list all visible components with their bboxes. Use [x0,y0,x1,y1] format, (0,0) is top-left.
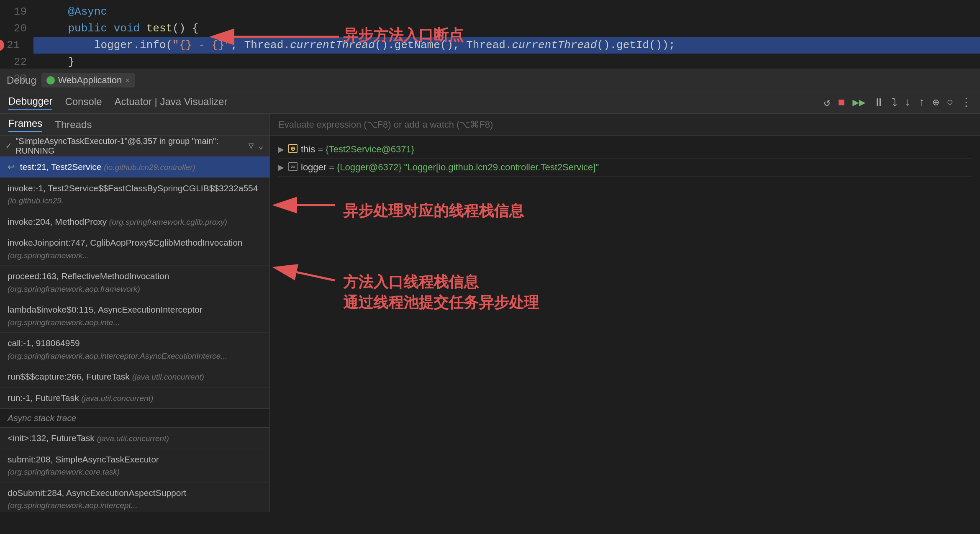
var-name-this: this [301,144,315,155]
debug-label: Debug [7,74,36,86]
evaluate-placeholder: Evaluate expression (⌥F8) or add a watch… [278,119,493,130]
run-cursor-icon[interactable]: ⊕ [933,96,939,109]
code-line-21: logger.info("{} - {}", Thread.currentThr… [33,37,980,54]
frame-text: invoke:204, MethodProxy [8,217,109,226]
frame-text: proceed:163, ReflectiveMethodInvocation [8,271,169,281]
frame-pkg: (org.springframework.aop.inte... [8,318,120,327]
frame-text: submit:208, SimpleAsyncTaskExecutor [8,454,159,464]
frame-pkg: (org.springframework.aop.interceptor.Asy… [8,352,227,360]
code-line-22: } [33,54,980,70]
frame-text: run$$$capture:266, FutureTask [8,372,132,381]
frame-item[interactable]: invokeJoinpoint:747, CglibAopProxy$Cglib… [0,232,269,266]
frame-pkg: (java.util.concurrent) [97,434,169,443]
code-line-20: public void test() { [33,20,980,37]
frame-text: invokeJoinpoint:747, CglibAopProxy$Cglib… [8,238,243,247]
frame-pkg: (org.springframework.core.task) [8,467,120,476]
this-var-icon: ⊕ [288,144,298,153]
frame-pkg: (org.springframework.aop.intercept... [8,501,137,510]
frame-item[interactable]: submit:208, SimpleAsyncTaskExecutor (org… [0,449,269,483]
frame-item[interactable]: invoke:-1, Test2Service$$FastClassBySpri… [0,178,269,211]
variables-list: ▶ ⊕ this = {Test2Service@6371} ▶ ∞ logge… [270,136,980,512]
frame-text: call:-1, 918064959 [8,338,80,348]
logger-var-icon: ∞ [288,162,298,171]
tab-frames[interactable]: Frames [8,118,42,132]
tab-console[interactable]: Console [65,96,102,109]
evaluate-bar: Evaluate expression (⌥F8) or add a watch… [270,114,980,136]
more-options-icon[interactable]: ⋮ [961,96,972,109]
thread-expand-icon[interactable]: ⌄ [258,140,264,151]
variable-logger[interactable]: ▶ ∞ logger = {Logger@6372} "Logger[io.gi… [278,159,972,177]
breakpoint-dot [0,39,4,51]
nav-tabs: Debugger Console Actuator | Java Visuali… [0,92,980,114]
frame-text: lambda$invoke$0:115, AsyncExecutionInter… [8,305,203,314]
var-value-logger: {Logger@6372} "Logger[io.github.lcn29.co… [337,162,599,173]
left-panel: Frames Threads ✓ "SimpleAsyncTaskExecuto… [0,114,270,512]
app-tab-label: WebApplication [58,75,122,86]
frames-list: ↩ test:21, Test2Service (io.github.lcn29… [0,157,269,512]
step-over-icon[interactable]: ⤵ [892,96,897,109]
step-into-icon[interactable]: ↓ [905,96,911,109]
frame-item[interactable]: run:-1, FutureTask (java.util.concurrent… [0,388,269,409]
debug-app-tab[interactable]: WebApplication × [41,73,135,87]
frame-pkg: (org.springframework... [8,251,89,260]
debug-toolbar-icons: ↺ ■ ▶▶ ⏸ ⤵ ↓ ↑ ⊕ ○ ⋮ [824,96,972,109]
variable-this[interactable]: ▶ ⊕ this = {Test2Service@6371} [278,141,972,159]
step-out-icon[interactable]: ↑ [918,96,925,109]
right-panel: Evaluate expression (⌥F8) or add a watch… [270,114,980,512]
frame-item[interactable]: <init>:132, FutureTask (java.util.concur… [0,428,269,449]
code-line-23: } [33,70,980,87]
var-value-this: {Test2Service@6371} [326,144,414,155]
pause-icon[interactable]: ⏸ [873,96,884,109]
var-eq-logger: = [329,162,334,173]
mute-breakpoints-icon[interactable]: ○ [947,96,953,109]
thread-filter-icon[interactable]: ▽ [249,140,254,151]
frame-text: invoke:-1, Test2Service$$FastClassBySpri… [8,183,258,193]
frame-pkg: (org.springframework.aop.framework) [8,285,140,293]
frame-text: doSubmit:284, AsyncExecutionAspectSuppor… [8,488,186,498]
frame-pkg: (java.util.concurrent) [81,394,153,403]
close-tab-button[interactable]: × [125,76,130,85]
frame-text: <init>:132, FutureTask [8,433,97,443]
expand-this-icon[interactable]: ▶ [278,145,284,154]
line-numbers: 19 20 21 22 23 [0,0,33,69]
stop-icon[interactable]: ■ [838,96,845,109]
var-name-logger: logger [301,162,326,173]
frame-item[interactable]: call:-1, 918064959 (org.springframework.… [0,333,269,366]
sub-tabs: Frames Threads [0,114,269,136]
expand-logger-icon[interactable]: ▶ [278,163,284,172]
var-eq-this: = [318,144,323,155]
async-trace-header: Async stack trace [0,408,269,428]
frame-item[interactable]: invoke:204, MethodProxy (org.springframe… [0,211,269,233]
code-editor: 19 20 21 22 23 @Async public void test()… [0,0,980,69]
code-line-19: @Async [33,3,980,20]
frame-text: run:-1, FutureTask [8,393,81,403]
thread-name: "SimpleAsyncTaskExecutor-1"@6,357 in gro… [15,136,244,156]
frame-item[interactable]: run$$$capture:266, FutureTask (java.util… [0,366,269,388]
frame-item[interactable]: doSubmit:284, AsyncExecutionAspectSuppor… [0,483,269,512]
frame-text: test:21, Test2Service [20,162,104,172]
frame-pkg: (io.github.lcn29. [8,196,64,205]
thread-bar: ✓ "SimpleAsyncTaskExecutor-1"@6,357 in g… [0,136,269,157]
thread-checkmark: ✓ [6,140,11,151]
tab-actuator[interactable]: Actuator | Java Visualizer [114,96,227,109]
return-icon: ↩ [8,162,15,172]
frame-item[interactable]: ↩ test:21, Test2Service (io.github.lcn29… [0,157,269,178]
app-icon [46,76,55,85]
tab-debugger[interactable]: Debugger [8,95,52,110]
tab-threads[interactable]: Threads [55,119,92,131]
frame-item[interactable]: proceed:163, ReflectiveMethodInvocation … [0,266,269,299]
frame-item[interactable]: lambda$invoke$0:115, AsyncExecutionInter… [0,299,269,333]
resume-icon[interactable]: ▶▶ [852,96,865,109]
frame-pkg: (java.util.concurrent) [132,372,204,381]
code-content: @Async public void test() { logger.info(… [33,0,980,69]
frame-pkg: (io.github.lcn29.controller) [104,163,195,172]
frame-pkg: (org.springframework.cglib.proxy) [109,218,227,226]
restore-icon[interactable]: ↺ [824,96,831,109]
debug-main: Frames Threads ✓ "SimpleAsyncTaskExecuto… [0,114,980,512]
